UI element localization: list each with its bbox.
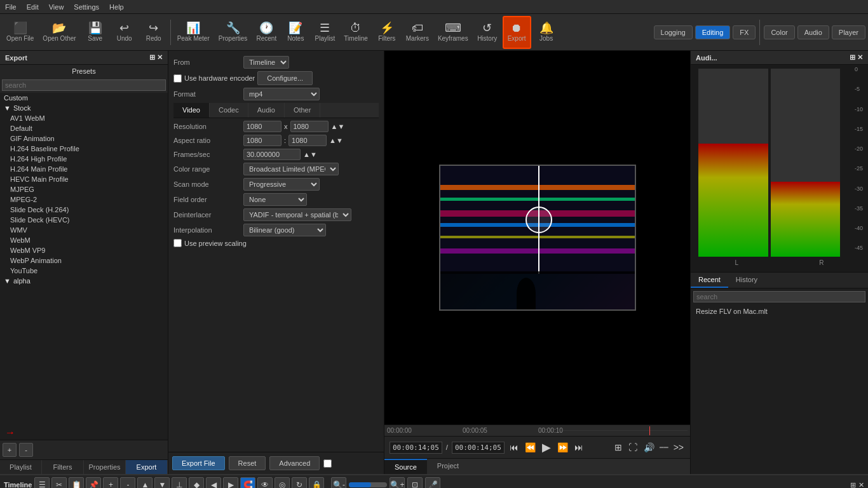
step-back-button[interactable]: ⏪ — [524, 441, 537, 454]
more-button[interactable]: >> — [672, 441, 685, 454]
player-mode-button[interactable]: Player — [832, 25, 865, 39]
preset-av1-webm[interactable]: AV1 WebM — [0, 113, 168, 123]
zoom-slider[interactable] — [349, 482, 387, 487]
grid-button[interactable]: ⊞ — [613, 441, 623, 454]
skip-to-start-button[interactable]: ⏮ — [508, 441, 520, 454]
menu-file[interactable]: File — [0, 2, 22, 12]
preset-webp[interactable]: WebP Animation — [0, 255, 168, 266]
prev-marker-button[interactable]: ◀ — [206, 477, 221, 488]
resolution-w-input[interactable] — [243, 121, 281, 132]
markers-button[interactable]: 🏷 Markers — [402, 16, 433, 49]
play-button[interactable]: ▶ — [541, 439, 552, 456]
from-select[interactable]: Timeline — [243, 56, 289, 69]
fit-button[interactable]: ⊡ — [407, 477, 423, 488]
menu-view[interactable]: View — [44, 2, 69, 12]
aspect-w-input[interactable] — [243, 135, 281, 146]
resolution-h-input[interactable] — [290, 121, 329, 132]
lower-button[interactable]: ▼ — [154, 477, 170, 488]
menu-edit[interactable]: Edit — [22, 2, 44, 12]
preset-h264-high[interactable]: H.264 High Profile — [0, 154, 168, 164]
timeline-menu-button[interactable]: ☰ — [34, 477, 50, 488]
undo-button[interactable]: ↩ Undo — [111, 16, 139, 49]
remove-track-button[interactable]: - — [120, 477, 135, 488]
preset-slide-hevc[interactable]: Slide Deck (HEVC) — [0, 215, 168, 225]
format-select[interactable]: mp4 — [243, 88, 320, 100]
playlist-button[interactable]: ☰ Playlist — [311, 16, 339, 49]
save-button[interactable]: 💾 Save — [81, 16, 109, 49]
preset-gif[interactable]: GIF Animation — [0, 133, 168, 144]
hardware-encoder-checkbox[interactable] — [173, 74, 182, 83]
jobs-button[interactable]: 🔔 Jobs — [532, 16, 560, 49]
recent-search-input[interactable] — [693, 291, 865, 302]
codec-tab[interactable]: Codec — [210, 103, 248, 118]
audio-mode-button[interactable]: Audio — [797, 25, 829, 39]
add-track-button[interactable]: + — [103, 477, 118, 488]
preset-h264-main[interactable]: H.264 Main Profile — [0, 164, 168, 174]
export-button[interactable]: ⏺ Export — [503, 16, 531, 49]
configure-button[interactable]: Configure... — [257, 71, 313, 85]
reset-button[interactable]: Reset — [229, 456, 266, 470]
loop-button[interactable]: ↻ — [292, 477, 307, 488]
export-subtab[interactable]: Export — [126, 460, 168, 474]
menu-help[interactable]: Help — [104, 2, 129, 12]
preset-youtube[interactable]: YouTube — [0, 266, 168, 276]
filters-button[interactable]: ⚡ Filters — [373, 16, 401, 49]
next-marker-button[interactable]: ▶ — [223, 477, 238, 488]
interpolation-select[interactable]: Bilinear (good) — [243, 224, 326, 236]
peak-meter-button[interactable]: 📊 Peak Meter — [173, 16, 214, 49]
field-order-select[interactable]: None — [243, 193, 307, 206]
preset-webm-vp9[interactable]: WebM VP9 — [0, 245, 168, 255]
timeline-button[interactable]: ⏱ Timeline — [340, 16, 371, 49]
split-button[interactable]: ⊥ — [172, 477, 187, 488]
advanced-checkbox[interactable] — [323, 459, 332, 468]
timeline-expand[interactable]: ⊞ — [850, 481, 856, 489]
preview-scaling-checkbox[interactable] — [173, 239, 182, 247]
preset-default[interactable]: Default — [0, 123, 168, 133]
preset-webm[interactable]: WebM — [0, 235, 168, 245]
stock-category[interactable]: ▼ Stock — [0, 103, 168, 113]
custom-preset[interactable]: Custom — [0, 93, 168, 103]
remove-preset-button[interactable]: - — [19, 443, 33, 457]
source-tab[interactable]: Source — [384, 459, 427, 474]
fps-spin[interactable]: ▲▼ — [303, 151, 317, 158]
open-file-button[interactable]: ⬛ Open File — [3, 16, 37, 49]
scan-mode-select[interactable]: Progressive — [243, 178, 320, 191]
volume-button[interactable]: 🔊 — [642, 441, 656, 454]
paste-button[interactable]: 📌 — [86, 477, 101, 488]
add-preset-button[interactable]: + — [3, 443, 17, 457]
aspect-spin[interactable]: ▲▼ — [329, 137, 343, 144]
fx-mode-button[interactable]: FX — [733, 25, 756, 39]
properties-button[interactable]: 🔧 Properties — [215, 16, 252, 49]
lift-button[interactable]: ▲ — [137, 477, 153, 488]
ripple-button[interactable]: ◎ — [275, 477, 290, 488]
preset-wmv[interactable]: WMV — [0, 225, 168, 235]
properties-subtab[interactable]: Properties — [84, 460, 126, 474]
menu-settings[interactable]: Settings — [69, 2, 104, 12]
zoom-out-button[interactable]: 🔍- — [331, 477, 346, 488]
color-range-select[interactable]: Broadcast Limited (MPEG) — [243, 163, 339, 175]
audio-tab[interactable]: Audio — [248, 103, 285, 118]
copy-button[interactable]: 📋 — [69, 477, 84, 488]
mic-button[interactable]: 🎤 — [425, 477, 440, 488]
aspect-h-input[interactable] — [288, 135, 327, 146]
project-tab[interactable]: Project — [427, 459, 469, 474]
other-tab[interactable]: Other — [285, 103, 321, 118]
redo-button[interactable]: ↪ Redo — [140, 16, 168, 49]
preset-h264-baseline[interactable]: H.264 Baseline Profile — [0, 144, 168, 154]
fullscreen-button[interactable]: ⛶ — [627, 441, 639, 454]
recent-tab[interactable]: Recent — [691, 273, 728, 288]
preset-hevc[interactable]: HEVC Main Profile — [0, 174, 168, 184]
playlist-subtab[interactable]: Playlist — [0, 460, 42, 474]
scrub-button[interactable]: 👁 — [257, 477, 273, 488]
alpha-category[interactable]: ▼ alpha — [0, 276, 168, 286]
notes-button[interactable]: 📝 Notes — [281, 16, 309, 49]
resolution-spin[interactable]: ▲▼ — [331, 123, 345, 130]
timeline-close[interactable]: ✕ — [858, 481, 864, 489]
editing-mode-button[interactable]: Editing — [695, 25, 731, 39]
recent-item-1[interactable]: Resize FLV on Mac.mlt — [691, 305, 868, 318]
logging-mode-button[interactable]: Logging — [654, 25, 693, 39]
snap-button[interactable]: 🧲 — [240, 477, 255, 488]
open-other-button[interactable]: 📂 Open Other — [39, 16, 79, 49]
preset-slide-h264[interactable]: Slide Deck (H.264) — [0, 205, 168, 215]
color-mode-button[interactable]: Color — [764, 25, 794, 39]
